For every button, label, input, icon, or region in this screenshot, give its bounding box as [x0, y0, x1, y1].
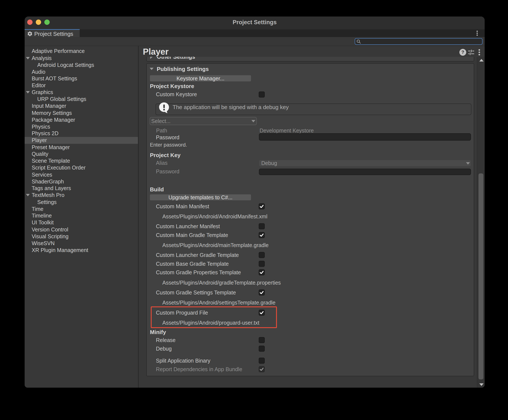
- svg-text:?: ?: [461, 50, 464, 55]
